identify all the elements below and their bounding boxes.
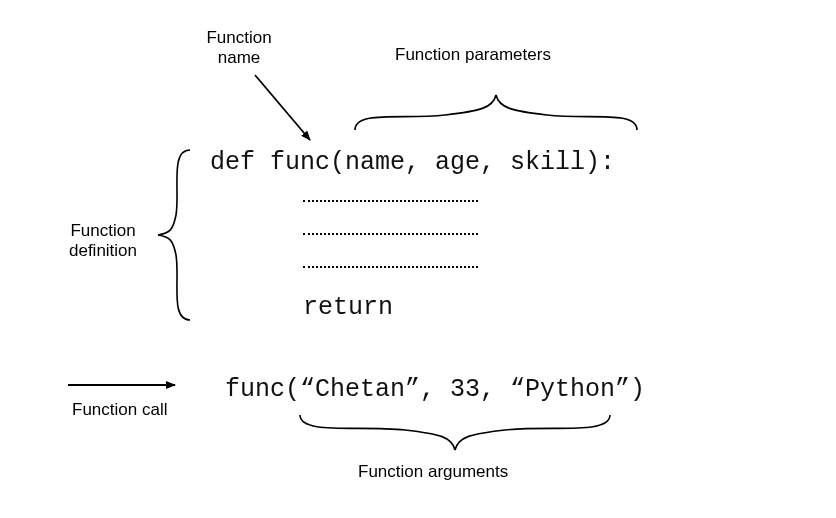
label-function-parameters: Function parameters (395, 45, 551, 65)
brace-definition (158, 150, 190, 320)
label-function-call: Function call (72, 400, 167, 420)
code-return-line: return (303, 293, 393, 322)
label-function-name: Functionname (194, 28, 284, 69)
dots-line-1 (303, 200, 478, 202)
code-def-line: def func(name, age, skill): (210, 148, 615, 177)
code-call-line: func(“Chetan”, 33, “Python”) (225, 375, 645, 404)
dots-line-2 (303, 233, 478, 235)
brace-arguments (300, 415, 610, 450)
label-function-arguments: Function arguments (358, 462, 508, 482)
dots-line-3 (303, 266, 478, 268)
brace-parameters (355, 95, 637, 130)
label-function-definition: Functiondefinition (58, 221, 148, 262)
arrow-function-name (255, 75, 310, 140)
